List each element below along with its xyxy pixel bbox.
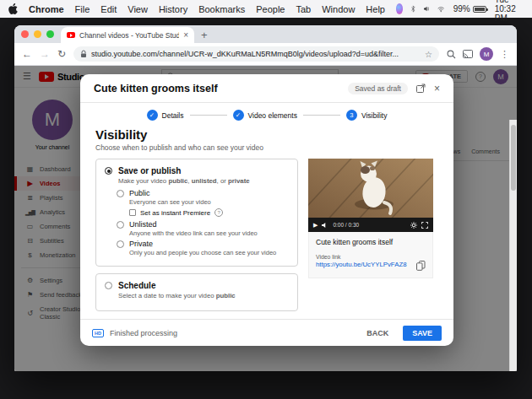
apple-menu[interactable] <box>8 3 18 14</box>
stepper: ✓ Details ✓ Video elements 3 Visibility <box>95 110 438 121</box>
youtube-favicon <box>67 32 75 38</box>
video-link[interactable]: https://youtu.be/UcYYLPvFAZ8 <box>316 261 413 268</box>
tab-strip: Channel videos - YouTube Stud... × + <box>14 25 517 43</box>
chrome-menu-icon[interactable]: ⋮ <box>500 49 509 60</box>
volume-icon[interactable] <box>424 5 429 13</box>
schedule-desc: Select a date to make your video public <box>118 292 289 299</box>
visibility-heading: Visibility <box>95 127 438 142</box>
forward-button[interactable]: → <box>40 48 50 60</box>
menubar-clock[interactable]: Tue 10:32 PM <box>495 0 529 23</box>
video-frame[interactable] <box>308 159 433 218</box>
window-close-button[interactable] <box>21 30 29 38</box>
step-video-elements[interactable]: ✓ Video elements <box>233 110 297 121</box>
tab-close-icon[interactable]: × <box>183 30 188 40</box>
unlisted-desc: Anyone with the video link can see your … <box>129 229 289 237</box>
dialog-header: Cute kitten grooms itself Saved as draft… <box>80 74 453 103</box>
cast-icon[interactable] <box>463 50 473 58</box>
menu-people[interactable]: People <box>256 4 285 14</box>
scrollbar-thumb[interactable] <box>511 125 516 191</box>
search-icon[interactable] <box>447 50 456 59</box>
private-option[interactable]: Private <box>117 240 289 248</box>
kitten-thumbnail <box>308 159 433 218</box>
step-check-icon: ✓ <box>233 110 244 121</box>
upload-dialog: Cute kitten grooms itself Saved as draft… <box>80 74 453 346</box>
bluetooth-icon[interactable] <box>411 4 415 13</box>
menu-view[interactable]: View <box>128 4 148 14</box>
video-player[interactable]: ▶ 0:00 / 0:30 <box>308 159 433 232</box>
menu-edit[interactable]: Edit <box>100 4 117 14</box>
unlisted-option[interactable]: Unlisted <box>117 220 289 229</box>
lock-icon <box>80 50 87 58</box>
window-minimize-button[interactable] <box>34 30 41 38</box>
battery-percent: 99% <box>453 4 470 13</box>
browser-tab[interactable]: Channel videos - YouTube Stud... × <box>61 27 194 43</box>
saved-as-draft-badge: Saved as draft <box>348 83 408 94</box>
new-tab-button[interactable]: + <box>194 29 214 43</box>
volume-icon[interactable] <box>322 222 328 229</box>
page-viewport: ☰ Studio Search across your channel CREA… <box>14 66 517 371</box>
browser-toolbar: ← → ↻ studio.youtube.com/channel/UCR-w_d… <box>14 43 517 66</box>
back-button[interactable]: BACK <box>358 326 397 341</box>
private-desc: Only you and people you choose can see y… <box>129 249 289 256</box>
premiere-checkbox-row[interactable]: Set as instant Premiere ? <box>129 208 289 217</box>
address-bar[interactable]: studio.youtube.com/channel/UCR-w_dKKuRMa… <box>73 46 439 62</box>
battery-indicator[interactable]: 99% <box>453 4 486 13</box>
radio-unlisted[interactable] <box>117 221 124 229</box>
back-button[interactable]: ← <box>22 48 32 60</box>
premiere-checkbox[interactable] <box>129 209 136 216</box>
menu-bookmarks[interactable]: Bookmarks <box>198 4 245 14</box>
siri-icon[interactable] <box>396 3 403 14</box>
battery-icon <box>473 6 486 13</box>
reload-button[interactable]: ↻ <box>57 48 66 60</box>
visibility-subheading: Choose when to publish and who can see y… <box>95 143 438 152</box>
save-or-publish-desc: Make your video public, unlisted, or pri… <box>118 177 289 185</box>
tab-title: Channel videos - YouTube Stud... <box>79 31 179 40</box>
menu-tab[interactable]: Tab <box>296 4 311 14</box>
player-settings-icon[interactable] <box>410 222 417 229</box>
menu-history[interactable]: History <box>159 4 187 14</box>
player-controls: ▶ 0:00 / 0:30 <box>308 218 433 232</box>
menu-help[interactable]: Help <box>366 4 385 14</box>
radio-public[interactable] <box>117 190 124 197</box>
public-option[interactable]: Public <box>117 189 289 197</box>
step-check-icon: ✓ <box>147 110 158 121</box>
save-button[interactable]: SAVE <box>403 326 442 341</box>
dialog-body: ✓ Details ✓ Video elements 3 Visibility … <box>80 103 453 319</box>
play-icon[interactable]: ▶ <box>313 222 318 229</box>
menu-app-name[interactable]: Chrome <box>29 4 64 14</box>
close-icon[interactable]: × <box>434 83 440 94</box>
step-number-icon: 3 <box>346 110 357 121</box>
public-desc: Everyone can see your video <box>129 198 289 206</box>
step-connector <box>190 115 227 116</box>
open-in-new-icon[interactable] <box>416 84 426 93</box>
dialog-footer: HD Finished processing BACK SAVE <box>80 319 453 346</box>
step-details[interactable]: ✓ Details <box>147 110 184 121</box>
save-or-publish-box: Save or publish Make your video public, … <box>95 159 298 267</box>
radio-schedule[interactable] <box>105 282 112 289</box>
step-visibility[interactable]: 3 Visibility <box>346 110 388 121</box>
fullscreen-icon[interactable] <box>421 222 428 229</box>
step-connector <box>303 115 340 116</box>
traffic-lights <box>21 25 61 43</box>
url-text: studio.youtube.com/channel/UCR-w_dKKuRMa… <box>91 50 421 58</box>
wifi-icon[interactable] <box>437 5 444 13</box>
video-link-label: Video link <box>316 254 426 260</box>
schedule-option[interactable]: Schedule <box>105 281 289 290</box>
radio-private[interactable] <box>117 240 124 248</box>
bookmark-star-icon[interactable]: ☆ <box>425 50 432 59</box>
schedule-box: Schedule Select a date to make your vide… <box>95 273 298 311</box>
macos-menubar: Chrome File Edit View History Bookmarks … <box>0 0 532 18</box>
hd-icon: HD <box>92 329 104 337</box>
menu-window[interactable]: Window <box>322 4 355 14</box>
time-display: 0:00 / 0:30 <box>333 222 406 228</box>
window-zoom-button[interactable] <box>46 30 54 38</box>
copy-icon[interactable] <box>416 261 426 271</box>
premiere-help-icon[interactable]: ? <box>214 208 223 217</box>
processing-status: Finished processing <box>110 329 352 337</box>
dialog-title: Cute kitten grooms itself <box>94 83 339 94</box>
chrome-profile-avatar[interactable]: M <box>480 47 493 61</box>
radio-save-or-publish[interactable] <box>105 167 112 175</box>
menu-file[interactable]: File <box>75 4 90 14</box>
save-or-publish-option[interactable]: Save or publish <box>105 166 289 175</box>
page-scrollbar[interactable] <box>509 120 517 371</box>
